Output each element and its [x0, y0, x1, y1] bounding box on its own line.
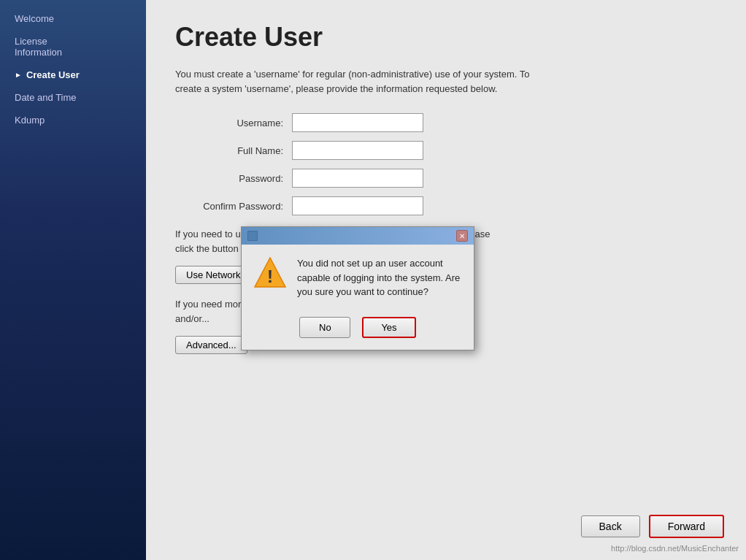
sidebar-item-label: Date and Time: [15, 92, 77, 103]
confirmation-dialog: ✕ ! You did not set up an user account c…: [241, 226, 474, 350]
dialog-close-button[interactable]: ✕: [456, 230, 468, 242]
warning-icon: !: [253, 256, 287, 290]
dialog-yes-button[interactable]: Yes: [362, 317, 415, 338]
sidebar-item-kdump[interactable]: Kdump: [0, 109, 146, 131]
dialog-no-button[interactable]: No: [299, 317, 350, 338]
sidebar-item-date-time[interactable]: Date and Time: [0, 86, 146, 109]
svg-text:!: !: [267, 266, 273, 286]
main-content: Create User You must create a 'username'…: [146, 0, 746, 560]
sidebar-item-label: Welcome: [15, 13, 54, 24]
dialog-titlebar: ✕: [242, 227, 474, 245]
dialog-title-icon: [247, 231, 258, 241]
dialog-overlay: ✕ ! You did not set up an user account c…: [146, 0, 746, 560]
dialog-buttons: No Yes: [242, 311, 474, 350]
sidebar-item-label: Create User: [26, 69, 80, 80]
dialog-body: ! You did not set up an user account cap…: [242, 245, 474, 311]
dialog-title-label: [355, 231, 358, 241]
active-arrow-icon: ►: [15, 71, 22, 79]
sidebar-item-label: LicenseInformation: [15, 36, 62, 58]
sidebar-item-welcome[interactable]: Welcome: [0, 7, 146, 30]
sidebar-item-label: Kdump: [15, 115, 45, 126]
dialog-message: You did not set up an user account capab…: [297, 256, 462, 299]
sidebar-item-license[interactable]: LicenseInformation: [0, 30, 146, 64]
sidebar-item-create-user[interactable]: ► Create User: [0, 64, 146, 86]
sidebar: Welcome LicenseInformation ► Create User…: [0, 0, 146, 560]
